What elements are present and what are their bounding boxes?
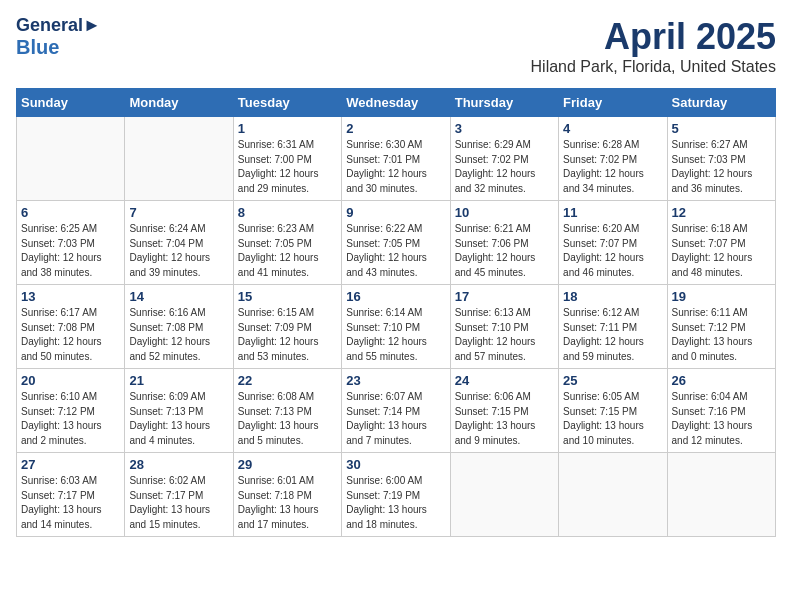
calendar-cell: 24Sunrise: 6:06 AMSunset: 7:15 PMDayligh… <box>450 369 558 453</box>
calendar-cell <box>125 117 233 201</box>
calendar-cell: 21Sunrise: 6:09 AMSunset: 7:13 PMDayligh… <box>125 369 233 453</box>
calendar-cell: 1Sunrise: 6:31 AMSunset: 7:00 PMDaylight… <box>233 117 341 201</box>
day-detail: Sunrise: 6:18 AMSunset: 7:07 PMDaylight:… <box>672 222 771 280</box>
calendar-cell <box>559 453 667 537</box>
day-detail: Sunrise: 6:06 AMSunset: 7:15 PMDaylight:… <box>455 390 554 448</box>
day-number: 6 <box>21 205 120 220</box>
day-detail: Sunrise: 6:13 AMSunset: 7:10 PMDaylight:… <box>455 306 554 364</box>
day-detail: Sunrise: 6:20 AMSunset: 7:07 PMDaylight:… <box>563 222 662 280</box>
day-number: 21 <box>129 373 228 388</box>
day-number: 23 <box>346 373 445 388</box>
day-number: 24 <box>455 373 554 388</box>
day-number: 19 <box>672 289 771 304</box>
week-row-3: 13Sunrise: 6:17 AMSunset: 7:08 PMDayligh… <box>17 285 776 369</box>
day-number: 26 <box>672 373 771 388</box>
day-number: 2 <box>346 121 445 136</box>
title-block: April 2025 Hiland Park, Florida, United … <box>531 16 776 76</box>
day-number: 12 <box>672 205 771 220</box>
location: Hiland Park, Florida, United States <box>531 58 776 76</box>
calendar-cell: 23Sunrise: 6:07 AMSunset: 7:14 PMDayligh… <box>342 369 450 453</box>
calendar-cell: 28Sunrise: 6:02 AMSunset: 7:17 PMDayligh… <box>125 453 233 537</box>
day-detail: Sunrise: 6:27 AMSunset: 7:03 PMDaylight:… <box>672 138 771 196</box>
calendar-cell: 26Sunrise: 6:04 AMSunset: 7:16 PMDayligh… <box>667 369 775 453</box>
day-detail: Sunrise: 6:05 AMSunset: 7:15 PMDaylight:… <box>563 390 662 448</box>
week-row-2: 6Sunrise: 6:25 AMSunset: 7:03 PMDaylight… <box>17 201 776 285</box>
day-number: 27 <box>21 457 120 472</box>
day-detail: Sunrise: 6:15 AMSunset: 7:09 PMDaylight:… <box>238 306 337 364</box>
day-detail: Sunrise: 6:24 AMSunset: 7:04 PMDaylight:… <box>129 222 228 280</box>
week-row-4: 20Sunrise: 6:10 AMSunset: 7:12 PMDayligh… <box>17 369 776 453</box>
weekday-header-monday: Monday <box>125 89 233 117</box>
calendar-cell <box>667 453 775 537</box>
day-detail: Sunrise: 6:12 AMSunset: 7:11 PMDaylight:… <box>563 306 662 364</box>
calendar-cell <box>17 117 125 201</box>
day-number: 16 <box>346 289 445 304</box>
month-title: April 2025 <box>531 16 776 58</box>
day-number: 15 <box>238 289 337 304</box>
day-detail: Sunrise: 6:02 AMSunset: 7:17 PMDaylight:… <box>129 474 228 532</box>
week-row-1: 1Sunrise: 6:31 AMSunset: 7:00 PMDaylight… <box>17 117 776 201</box>
day-number: 10 <box>455 205 554 220</box>
calendar-cell: 19Sunrise: 6:11 AMSunset: 7:12 PMDayligh… <box>667 285 775 369</box>
calendar-cell: 3Sunrise: 6:29 AMSunset: 7:02 PMDaylight… <box>450 117 558 201</box>
day-number: 14 <box>129 289 228 304</box>
day-number: 18 <box>563 289 662 304</box>
day-number: 3 <box>455 121 554 136</box>
calendar-cell: 6Sunrise: 6:25 AMSunset: 7:03 PMDaylight… <box>17 201 125 285</box>
day-detail: Sunrise: 6:00 AMSunset: 7:19 PMDaylight:… <box>346 474 445 532</box>
calendar-cell: 7Sunrise: 6:24 AMSunset: 7:04 PMDaylight… <box>125 201 233 285</box>
calendar-cell: 29Sunrise: 6:01 AMSunset: 7:18 PMDayligh… <box>233 453 341 537</box>
day-number: 17 <box>455 289 554 304</box>
day-detail: Sunrise: 6:11 AMSunset: 7:12 PMDaylight:… <box>672 306 771 364</box>
logo-general: General► <box>16 16 101 36</box>
day-detail: Sunrise: 6:29 AMSunset: 7:02 PMDaylight:… <box>455 138 554 196</box>
calendar-cell: 13Sunrise: 6:17 AMSunset: 7:08 PMDayligh… <box>17 285 125 369</box>
day-number: 25 <box>563 373 662 388</box>
day-detail: Sunrise: 6:22 AMSunset: 7:05 PMDaylight:… <box>346 222 445 280</box>
calendar-cell: 15Sunrise: 6:15 AMSunset: 7:09 PMDayligh… <box>233 285 341 369</box>
day-detail: Sunrise: 6:25 AMSunset: 7:03 PMDaylight:… <box>21 222 120 280</box>
weekday-header-wednesday: Wednesday <box>342 89 450 117</box>
day-detail: Sunrise: 6:09 AMSunset: 7:13 PMDaylight:… <box>129 390 228 448</box>
calendar-cell: 14Sunrise: 6:16 AMSunset: 7:08 PMDayligh… <box>125 285 233 369</box>
day-detail: Sunrise: 6:21 AMSunset: 7:06 PMDaylight:… <box>455 222 554 280</box>
day-detail: Sunrise: 6:23 AMSunset: 7:05 PMDaylight:… <box>238 222 337 280</box>
day-number: 8 <box>238 205 337 220</box>
calendar-cell: 16Sunrise: 6:14 AMSunset: 7:10 PMDayligh… <box>342 285 450 369</box>
calendar-cell: 4Sunrise: 6:28 AMSunset: 7:02 PMDaylight… <box>559 117 667 201</box>
logo: General► Blue <box>16 16 101 58</box>
calendar-cell: 11Sunrise: 6:20 AMSunset: 7:07 PMDayligh… <box>559 201 667 285</box>
day-detail: Sunrise: 6:14 AMSunset: 7:10 PMDaylight:… <box>346 306 445 364</box>
calendar-cell: 12Sunrise: 6:18 AMSunset: 7:07 PMDayligh… <box>667 201 775 285</box>
day-detail: Sunrise: 6:17 AMSunset: 7:08 PMDaylight:… <box>21 306 120 364</box>
day-detail: Sunrise: 6:10 AMSunset: 7:12 PMDaylight:… <box>21 390 120 448</box>
day-number: 4 <box>563 121 662 136</box>
calendar-cell: 18Sunrise: 6:12 AMSunset: 7:11 PMDayligh… <box>559 285 667 369</box>
calendar-cell: 10Sunrise: 6:21 AMSunset: 7:06 PMDayligh… <box>450 201 558 285</box>
day-number: 28 <box>129 457 228 472</box>
calendar-table: SundayMondayTuesdayWednesdayThursdayFrid… <box>16 88 776 537</box>
day-detail: Sunrise: 6:31 AMSunset: 7:00 PMDaylight:… <box>238 138 337 196</box>
weekday-header-friday: Friday <box>559 89 667 117</box>
day-detail: Sunrise: 6:07 AMSunset: 7:14 PMDaylight:… <box>346 390 445 448</box>
calendar-cell: 5Sunrise: 6:27 AMSunset: 7:03 PMDaylight… <box>667 117 775 201</box>
weekday-header-sunday: Sunday <box>17 89 125 117</box>
calendar-cell: 25Sunrise: 6:05 AMSunset: 7:15 PMDayligh… <box>559 369 667 453</box>
day-detail: Sunrise: 6:28 AMSunset: 7:02 PMDaylight:… <box>563 138 662 196</box>
calendar-cell: 8Sunrise: 6:23 AMSunset: 7:05 PMDaylight… <box>233 201 341 285</box>
week-row-5: 27Sunrise: 6:03 AMSunset: 7:17 PMDayligh… <box>17 453 776 537</box>
day-detail: Sunrise: 6:04 AMSunset: 7:16 PMDaylight:… <box>672 390 771 448</box>
day-number: 22 <box>238 373 337 388</box>
calendar-cell: 17Sunrise: 6:13 AMSunset: 7:10 PMDayligh… <box>450 285 558 369</box>
day-number: 13 <box>21 289 120 304</box>
day-number: 1 <box>238 121 337 136</box>
weekday-header-tuesday: Tuesday <box>233 89 341 117</box>
day-number: 20 <box>21 373 120 388</box>
day-number: 5 <box>672 121 771 136</box>
calendar-cell: 27Sunrise: 6:03 AMSunset: 7:17 PMDayligh… <box>17 453 125 537</box>
day-detail: Sunrise: 6:08 AMSunset: 7:13 PMDaylight:… <box>238 390 337 448</box>
weekday-header-saturday: Saturday <box>667 89 775 117</box>
calendar-cell: 9Sunrise: 6:22 AMSunset: 7:05 PMDaylight… <box>342 201 450 285</box>
logo-blue: Blue <box>16 36 101 58</box>
calendar-cell <box>450 453 558 537</box>
